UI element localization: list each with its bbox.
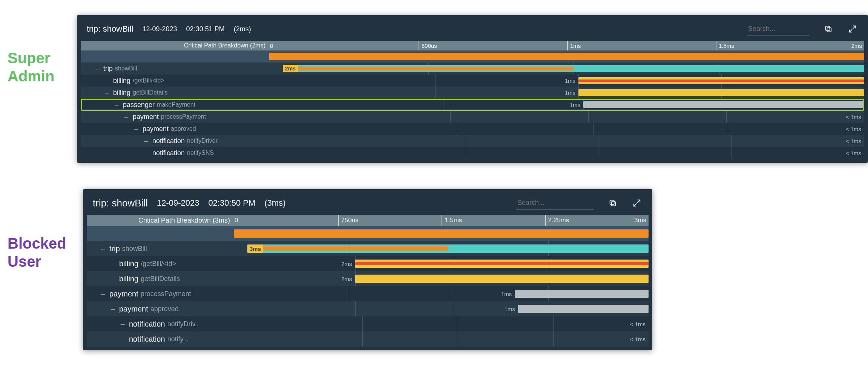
service-name: notification xyxy=(152,137,185,145)
span-bar xyxy=(518,305,649,313)
span-row[interactable]: –notificationnotifyDriv..< 1ms xyxy=(87,316,649,331)
collapse-toggle[interactable]: – xyxy=(143,137,149,145)
expand-icon xyxy=(848,25,857,33)
span-rows: –tripshowBill2msbilling/getBill/<id>1ms–… xyxy=(81,63,864,159)
operation-name: /getBill/<id> xyxy=(133,77,164,84)
span-row[interactable]: –passengermakePayment1ms xyxy=(81,99,864,111)
span-label[interactable]: –tripshowBill xyxy=(87,241,247,256)
span-track: 3ms xyxy=(247,241,649,256)
copy-button[interactable] xyxy=(607,197,618,209)
collapse-toggle[interactable]: – xyxy=(104,89,109,97)
duration-badge: 2ms xyxy=(283,65,298,72)
expand-button[interactable] xyxy=(847,23,858,35)
search-input[interactable] xyxy=(747,23,810,35)
span-label[interactable]: –paymentprocessPayment xyxy=(81,111,312,123)
duration-label: 1ms xyxy=(565,90,575,96)
duration-label: 1ms xyxy=(501,291,512,297)
span-bar xyxy=(578,89,864,96)
operation-name: processPayment xyxy=(141,290,191,298)
trace-date: 12-09-2023 xyxy=(157,198,199,208)
role-label-super-admin: Super Admin xyxy=(0,15,77,85)
copy-icon xyxy=(824,25,833,33)
collapse-toggle[interactable]: – xyxy=(94,65,100,73)
trace-toolbar: trip: showBill 12-09-2023 02:30:51 PM (2… xyxy=(81,19,864,41)
trace-toolbar: trip: showBill 12-09-2023 02:30:50 PM (3… xyxy=(87,193,649,215)
trace-panel-blocked-user: trip: showBill 12-09-2023 02:30:50 PM (3… xyxy=(83,189,652,350)
span-label[interactable]: –paymentapproved xyxy=(87,301,257,316)
operation-name: approved xyxy=(171,125,196,132)
expand-button[interactable] xyxy=(631,197,643,209)
copy-button[interactable] xyxy=(823,23,834,35)
axis-tick: 1ms xyxy=(567,41,581,50)
collapse-toggle[interactable]: – xyxy=(110,305,115,313)
collapse-toggle[interactable]: – xyxy=(120,320,125,328)
span-row[interactable]: –tripshowBill3ms xyxy=(87,241,649,256)
search-wrap xyxy=(516,197,594,209)
span-label[interactable]: billinggetBillDetails xyxy=(87,271,257,286)
span-label[interactable]: notificationnotifySNS xyxy=(81,147,332,159)
span-row[interactable]: –billinggetBillDetails1ms xyxy=(81,87,864,99)
span-rows: –tripshowBill3msbilling/getBill/<id>2msb… xyxy=(87,241,649,347)
span-row[interactable]: –notificationnotifyDriver< 1ms xyxy=(81,135,864,147)
span-track: 2ms xyxy=(283,63,864,75)
duration-label: < 1ms xyxy=(846,150,861,156)
span-label[interactable]: –notificationnotifyDriv.. xyxy=(87,316,267,331)
span-label[interactable]: –tripshowBill xyxy=(81,63,283,75)
collapse-toggle[interactable]: – xyxy=(100,244,106,253)
span-track: < 1ms xyxy=(267,316,649,331)
span-label[interactable]: –passengermakePayment xyxy=(81,99,302,111)
service-name: billing xyxy=(113,89,130,97)
span-label[interactable]: –notificationnotifyDriver xyxy=(81,135,332,147)
span-row[interactable]: billing/getBill/<id>2ms xyxy=(87,256,649,271)
span-row[interactable]: –paymentapproved1ms xyxy=(87,301,649,316)
operation-name: notify... xyxy=(167,335,189,343)
span-label[interactable]: –paymentprocessPayment xyxy=(87,286,247,301)
span-track: 2ms xyxy=(257,271,649,286)
search-input[interactable] xyxy=(516,197,594,209)
critical-path-span xyxy=(269,53,864,60)
axis-tick: 3ms xyxy=(634,215,649,226)
span-row[interactable]: notificationnotify...< 1ms xyxy=(87,331,649,347)
operation-name: notifyDriv.. xyxy=(167,320,199,328)
operation-name: getBillDetails xyxy=(133,89,167,96)
span-row[interactable]: billinggetBillDetails2ms xyxy=(87,271,649,286)
collapse-toggle[interactable]: – xyxy=(133,125,139,133)
axis-label: Critical Path Breakdown (3ms) xyxy=(87,215,235,226)
span-track: 1ms xyxy=(293,87,864,99)
span-label[interactable]: billing/getBill/<id> xyxy=(81,75,293,87)
duration-label: < 1ms xyxy=(846,138,861,144)
service-name: payment xyxy=(133,113,159,121)
time-axis: Critical Path Breakdown (2ms) 0500us1ms1… xyxy=(81,41,864,50)
span-label[interactable]: notificationnotify... xyxy=(87,331,267,347)
span-row[interactable]: billing/getBill/<id>1ms xyxy=(81,75,864,87)
span-bar-overlay xyxy=(355,262,649,265)
span-label[interactable]: billing/getBill/<id> xyxy=(87,256,257,271)
axis-tick: 1.5ms xyxy=(442,215,462,226)
span-row[interactable]: –paymentprocessPayment1ms xyxy=(87,286,649,301)
span-bar-overlay xyxy=(578,79,864,82)
span-track: < 1ms xyxy=(332,147,864,159)
axis-tick: 750us xyxy=(338,215,359,226)
axis-tick: 500us xyxy=(419,41,437,50)
span-label[interactable]: –billinggetBillDetails xyxy=(81,87,293,99)
span-row[interactable]: –tripshowBill2ms xyxy=(81,63,864,75)
span-row[interactable]: –paymentprocessPayment< 1ms xyxy=(81,111,864,123)
time-axis: Critical Path Breakdown (3ms) 0750us1.5m… xyxy=(87,215,649,226)
collapse-toggle[interactable]: – xyxy=(100,290,106,298)
axis-tick: 0 xyxy=(270,41,273,50)
span-track: 1ms xyxy=(257,301,649,316)
span-track: 1ms xyxy=(293,75,864,87)
trace-time: 02:30:51 PM xyxy=(186,25,225,33)
span-row[interactable]: –paymentapproved< 1ms xyxy=(81,123,864,135)
service-name: trip xyxy=(109,244,120,253)
collapse-toggle[interactable]: – xyxy=(114,101,119,109)
axis-tick: 2ms xyxy=(851,41,864,50)
span-track: < 1ms xyxy=(332,135,864,147)
span-row[interactable]: notificationnotifySNS< 1ms xyxy=(81,147,864,159)
collapse-toggle[interactable]: – xyxy=(124,113,129,121)
span-track: < 1ms xyxy=(322,123,864,135)
operation-name: /getBill/<id> xyxy=(141,260,176,268)
service-name: billing xyxy=(119,275,138,283)
span-label[interactable]: –paymentapproved xyxy=(81,123,322,135)
span-track: < 1ms xyxy=(312,111,864,123)
